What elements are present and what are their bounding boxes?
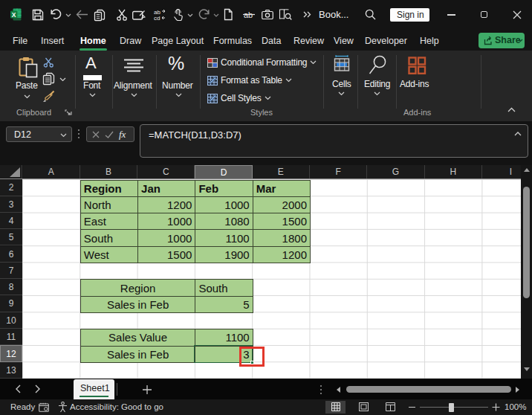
svg-text:cd: cd: [154, 15, 160, 21]
svg-text:X: X: [12, 11, 16, 19]
